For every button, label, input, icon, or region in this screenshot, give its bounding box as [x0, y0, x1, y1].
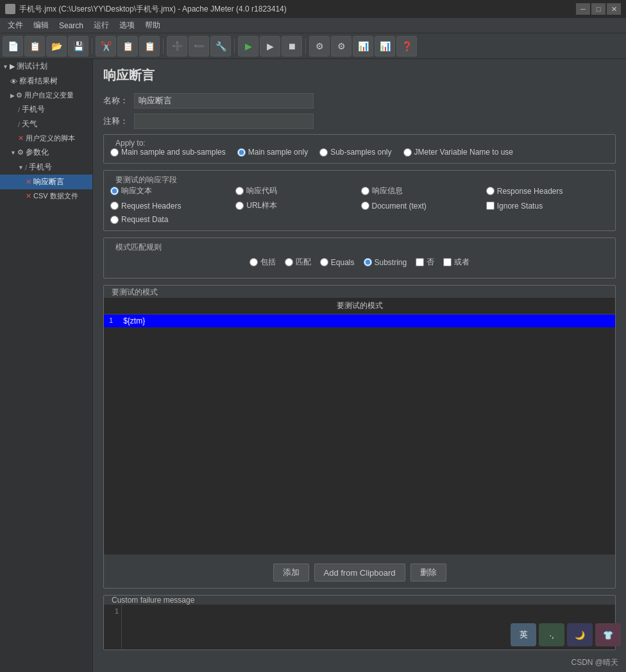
table-row[interactable]: 1 ${ztm}	[104, 314, 615, 328]
pattern-or-checkbox[interactable]	[443, 258, 452, 266]
sidebar-item-user-defined-vars[interactable]: ▶ ⚙ 用户自定义变量	[0, 89, 92, 102]
toolbar-cut[interactable]: ✂️	[96, 36, 116, 56]
pattern-matches-label: 匹配	[296, 257, 311, 268]
minimize-button[interactable]: ─	[576, 3, 590, 15]
param-expand-arrow: ▼	[10, 150, 16, 156]
name-input[interactable]	[134, 93, 314, 108]
apply-sub-only-radio[interactable]	[319, 148, 328, 157]
pattern-test-area: 要测试的模式 1 ${ztm}	[104, 298, 615, 555]
sidebar-item-assertion[interactable]: ✕ 响应断言	[0, 175, 92, 189]
menu-options[interactable]: 选项	[114, 19, 140, 32]
field-response-code-radio[interactable]	[235, 187, 244, 195]
field-response-text-radio[interactable]	[110, 187, 119, 195]
toolbar-sep-4	[305, 39, 306, 54]
apply-jmeter-var-radio[interactable]	[403, 148, 412, 157]
field-request-data[interactable]: Request Data	[110, 215, 233, 224]
sidebar-item-parameterize[interactable]: ▼ ⚙ 参数化	[0, 145, 92, 160]
toolbar-copy[interactable]: 📋	[117, 36, 138, 56]
toolbar-open[interactable]: 📂	[46, 36, 67, 56]
sidebar-item-test-plan[interactable]: ▼ ▶ 测试计划	[0, 59, 92, 74]
maximize-button[interactable]: □	[591, 3, 605, 15]
sidebar-item-csv[interactable]: ✕ CSV 数据文件	[0, 189, 92, 203]
toolbar-chart[interactable]: 📊	[353, 36, 373, 56]
field-response-headers-radio[interactable]	[486, 187, 495, 195]
toolbar-chart2[interactable]: 📊	[375, 36, 395, 56]
sidebar-item-phone[interactable]: / 手机号	[0, 102, 92, 117]
menu-edit[interactable]: 编辑	[28, 19, 54, 32]
response-fields-grid: 响应文本 响应代码 响应信息 Response Headers Request …	[110, 185, 609, 224]
pattern-substring-radio[interactable]	[364, 258, 372, 266]
pattern-matches[interactable]: 匹配	[285, 257, 311, 268]
sidebar-item-phone2[interactable]: ▼ / 手机号	[0, 160, 92, 175]
pattern-includes[interactable]: 包括	[250, 257, 276, 268]
add-button[interactable]: 添加	[273, 564, 309, 582]
field-response-headers[interactable]: Response Headers	[486, 185, 609, 196]
add-from-clipboard-button[interactable]: Add from Clipboard	[314, 564, 405, 582]
pattern-includes-radio[interactable]	[250, 258, 258, 266]
field-ignore-status-checkbox[interactable]	[486, 202, 495, 210]
toolbar-up[interactable]: 🔧	[210, 36, 231, 56]
comment-input[interactable]	[134, 114, 314, 129]
sidebar: ▼ ▶ 测试计划 👁 察看结果树 ▶ ⚙ 用户自定义变量 / 手机号 / 天气 …	[0, 59, 93, 672]
toolbar-stop[interactable]: ⏹	[282, 36, 302, 56]
apply-jmeter-var[interactable]: JMeter Variable Name to use	[403, 148, 514, 157]
page-title: 响应断言	[103, 67, 616, 84]
pattern-not-checkbox[interactable]	[416, 258, 424, 266]
test-plan-icon: ▶	[10, 62, 15, 71]
pattern-equals[interactable]: Equals	[320, 258, 355, 267]
toolbar-report1[interactable]: ⚙	[309, 36, 330, 56]
field-request-headers[interactable]: Request Headers	[110, 200, 233, 211]
field-document-text-radio[interactable]	[361, 202, 369, 210]
field-response-msg-radio[interactable]	[361, 187, 369, 195]
toolbar-question[interactable]: ❓	[396, 36, 417, 56]
field-request-headers-radio[interactable]	[110, 202, 119, 210]
lang-en-button[interactable]: 英	[511, 623, 536, 646]
apply-sub-only[interactable]: Sub-samples only	[319, 148, 391, 157]
pattern-substring[interactable]: Substring	[364, 258, 407, 267]
apply-main-only[interactable]: Main sample only	[237, 148, 308, 157]
menu-search[interactable]: Search	[54, 20, 89, 31]
menu-file[interactable]: 文件	[3, 19, 28, 32]
field-ignore-status[interactable]: Ignore Status	[486, 200, 609, 211]
toolbar-add[interactable]: ➕	[167, 36, 187, 56]
moon-button[interactable]: 🌙	[567, 623, 593, 646]
toolbar-remove[interactable]: ➖	[189, 36, 209, 56]
field-url-sample-radio[interactable]	[235, 202, 244, 210]
toolbar-report2[interactable]: ⚙	[331, 36, 351, 56]
toolbar-save[interactable]: 💾	[68, 36, 89, 56]
menu-help[interactable]: 帮助	[140, 19, 165, 32]
field-response-code[interactable]: 响应代码	[235, 185, 358, 196]
sidebar-item-user-script[interactable]: ✕ 用户定义的脚本	[0, 132, 92, 145]
field-url-sample[interactable]: URL样本	[235, 200, 358, 211]
toolbar-run[interactable]: ▶	[238, 36, 258, 56]
sidebar-item-view-results[interactable]: 👁 察看结果树	[0, 74, 92, 89]
pattern-not[interactable]: 否	[416, 257, 434, 268]
field-request-headers-label: Request Headers	[121, 202, 181, 211]
pattern-matches-radio[interactable]	[285, 258, 293, 266]
name-label: 名称：	[103, 95, 129, 107]
close-button[interactable]: ✕	[607, 3, 621, 15]
weather-label: 天气	[22, 119, 37, 130]
pattern-equals-radio[interactable]	[320, 258, 328, 266]
apply-main-only-radio[interactable]	[237, 148, 246, 157]
toolbar-run-stop[interactable]: ▶	[260, 36, 280, 56]
toolbar-templates[interactable]: 📋	[24, 36, 45, 56]
menu-run[interactable]: 运行	[89, 19, 114, 32]
phone2-expand-arrow: ▼	[18, 164, 24, 171]
phone2-label: 手机号	[29, 162, 52, 173]
pattern-match-fieldset: 模式匹配规则 包括 匹配 Equals Substring	[103, 237, 616, 279]
pattern-value-cell: ${ztm}	[118, 314, 615, 328]
apply-main-sub[interactable]: Main sample and sub-samples	[110, 148, 226, 157]
field-response-msg[interactable]: 响应信息	[361, 185, 484, 196]
delete-button[interactable]: 删除	[410, 564, 446, 582]
toolbar-paste[interactable]: 📋	[139, 36, 160, 56]
field-response-text[interactable]: 响应文本	[110, 185, 233, 196]
shirt-button[interactable]: 👕	[595, 623, 621, 646]
field-request-data-radio[interactable]	[110, 216, 119, 224]
pattern-or[interactable]: 或者	[443, 257, 470, 268]
punctuation-button[interactable]: ·,	[539, 623, 564, 646]
apply-main-sub-radio[interactable]	[110, 148, 119, 157]
toolbar-new[interactable]: 📄	[3, 36, 23, 56]
field-document-text[interactable]: Document (text)	[361, 200, 484, 211]
sidebar-item-weather[interactable]: / 天气	[0, 117, 92, 132]
